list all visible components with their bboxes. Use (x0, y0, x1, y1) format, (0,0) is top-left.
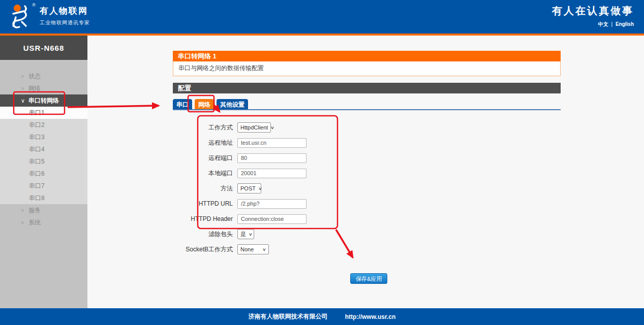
sidebar-item-uart6[interactable]: 串口6 (0, 168, 87, 180)
chevron-down-icon: ∨ (249, 232, 253, 237)
sidebar-item-uart4[interactable]: 串口4 (0, 143, 87, 155)
sidebar-menu: >状态 >网络 ∨串口转网络 串口1 串口2 串口3 串口4 串口5 串口6 串… (0, 70, 87, 229)
httpd-url-label: HTTPD URL (173, 200, 233, 207)
config-panel: 串口转网络 1 串口与网络之间的数据传输配置 配置 串口 网络 其他设置 工作方… (173, 51, 561, 284)
panel-description: 串口与网络之间的数据传输配置 (173, 61, 561, 76)
sidebar-item-uart2[interactable]: 串口2 (0, 119, 87, 131)
footer-company: 济南有人物联网技术有限公司 (249, 312, 328, 321)
sidebar-item-status[interactable]: >状态 (0, 70, 87, 82)
brand-block: ® 有人物联网 工业物联网通讯专家 (9, 3, 90, 28)
chevron-right-icon: > (21, 216, 28, 229)
chevron-down-icon: ∨ (21, 94, 28, 107)
httpd-header-label: HTTPD Header (173, 215, 233, 222)
remote-address-input[interactable] (237, 138, 306, 148)
page-footer: 济南有人物联网技术有限公司 http://www.usr.cn (0, 308, 644, 325)
main-content: 串口转网络 1 串口与网络之间的数据传输配置 配置 串口 网络 其他设置 工作方… (87, 36, 644, 308)
tab-serial[interactable]: 串口 (173, 99, 192, 109)
httpd-url-input[interactable] (237, 199, 306, 209)
section-title: 配置 (173, 83, 561, 93)
chevron-down-icon: ∨ (270, 125, 274, 130)
remote-port-label: 远程端口 (173, 154, 233, 162)
lang-separator: | (611, 21, 612, 27)
lang-english-link[interactable]: English (616, 21, 634, 27)
sidebar-item-uart1[interactable]: 串口1 (0, 107, 87, 119)
registered-mark: ® (32, 3, 36, 8)
sidebar-item-label: 状态 (28, 73, 41, 80)
panel-title: 串口转网络 1 (173, 51, 561, 61)
socketb-mode-label: SocketB工作方式 (173, 245, 233, 254)
save-apply-button[interactable]: 保存&应用 (350, 273, 387, 284)
brand-subtitle: 工业物联网通讯专家 (40, 19, 90, 26)
sidebar-item-label: 串口转网络 (28, 97, 59, 104)
sidebar-item-label: 服务 (28, 207, 41, 214)
sidebar: USR-N668 >状态 >网络 ∨串口转网络 串口1 串口2 串口3 串口4 … (0, 36, 87, 308)
socketb-mode-select[interactable]: None ∨ (237, 244, 269, 254)
top-header: ® 有人物联网 工业物联网通讯专家 有人在认真做事 中文 | English (0, 0, 644, 36)
filter-header-value: 是 (240, 231, 246, 238)
usr-logo-icon: ® (9, 3, 35, 28)
method-select[interactable]: POST ∨ (237, 183, 261, 193)
tab-bar: 串口 网络 其他设置 (173, 99, 561, 110)
sidebar-item-label: 网络 (28, 85, 41, 92)
remote-address-label: 远程地址 (173, 139, 233, 147)
network-config-form: 工作方式 HttpdClient ∨ 远程地址 远程端口 本地端口 方法 (173, 122, 561, 284)
httpd-header-input[interactable] (237, 214, 306, 224)
chevron-right-icon: > (21, 70, 28, 82)
chevron-down-icon: ∨ (262, 247, 266, 252)
chevron-right-icon: > (21, 204, 28, 216)
sidebar-item-uart8[interactable]: 串口8 (0, 192, 87, 204)
chevron-right-icon: > (21, 82, 28, 94)
local-port-input[interactable] (237, 169, 306, 178)
work-mode-label: 工作方式 (173, 123, 233, 132)
lang-chinese-link[interactable]: 中文 (598, 21, 608, 27)
running-person-icon (9, 3, 35, 28)
remote-port-input[interactable] (237, 153, 306, 163)
tab-other-settings[interactable]: 其他设置 (217, 99, 248, 109)
slogan-text: 有人在认真做事 (552, 4, 634, 18)
sidebar-item-label: 系统 (28, 219, 41, 226)
sidebar-item-system[interactable]: >系统 (0, 216, 87, 229)
method-value: POST (240, 185, 256, 191)
local-port-label: 本地端口 (173, 169, 233, 178)
method-label: 方法 (173, 184, 233, 193)
uart-submenu: 串口1 串口2 串口3 串口4 串口5 串口6 串口7 串口8 (0, 107, 87, 204)
tab-network[interactable]: 网络 (195, 99, 214, 109)
device-model-title: USR-N668 (0, 36, 87, 60)
sidebar-item-uart5[interactable]: 串口5 (0, 155, 87, 168)
sidebar-item-uart3[interactable]: 串口3 (0, 131, 87, 143)
sidebar-item-network[interactable]: >网络 (0, 82, 87, 94)
brand-title: 有人物联网 (40, 5, 90, 17)
work-mode-value: HttpdClient (240, 124, 268, 131)
sidebar-item-service[interactable]: >服务 (0, 204, 87, 216)
sidebar-item-uart-to-network[interactable]: ∨串口转网络 (0, 94, 87, 107)
filter-header-label: 滤除包头 (173, 230, 233, 239)
footer-url-link[interactable]: http://www.usr.cn (345, 313, 396, 320)
socketb-mode-value: None (240, 246, 254, 252)
chevron-down-icon: ∨ (258, 186, 262, 191)
sidebar-item-uart7[interactable]: 串口7 (0, 180, 87, 192)
filter-header-select[interactable]: 是 ∨ (237, 229, 254, 239)
work-mode-select[interactable]: HttpdClient ∨ (237, 122, 271, 133)
language-switcher: 中文 | English (552, 21, 634, 28)
